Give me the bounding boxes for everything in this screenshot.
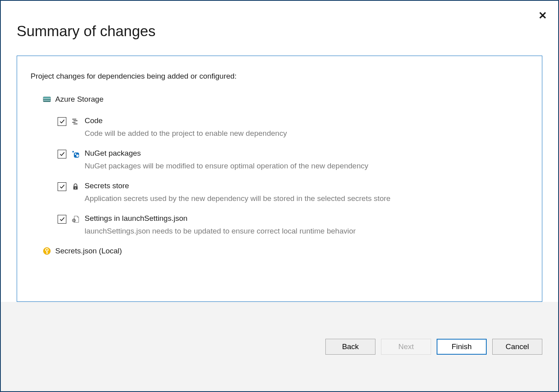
checkbox-secrets-store[interactable] xyxy=(58,182,66,191)
svg-line-20 xyxy=(73,219,73,220)
lock-icon xyxy=(71,182,80,191)
key-icon xyxy=(43,247,51,255)
item-title-secrets-store: Secrets store xyxy=(85,182,391,190)
svg-line-21 xyxy=(75,221,75,222)
change-item-secrets-store: Secrets store Application secrets used b… xyxy=(58,182,528,203)
footer-bar: Back Next Finish Cancel xyxy=(1,302,558,391)
svg-point-10 xyxy=(75,153,76,155)
cancel-button[interactable]: Cancel xyxy=(492,339,542,355)
svg-line-22 xyxy=(75,219,75,220)
change-item-nuget: NuGet packages NuGet packages will be mo… xyxy=(58,149,528,170)
azure-storage-icon xyxy=(43,95,51,104)
svg-rect-7 xyxy=(74,124,77,124)
finish-button[interactable]: Finish xyxy=(437,339,487,355)
item-desc-launchsettings: launchSettings.json needs to be updated … xyxy=(85,227,356,236)
item-desc-nuget: NuGet packages will be modified to ensur… xyxy=(85,162,368,170)
close-button[interactable]: ✕ xyxy=(538,10,547,21)
back-button[interactable]: Back xyxy=(325,339,375,355)
change-item-launchsettings: Settings in launchSettings.json launchSe… xyxy=(58,214,528,236)
svg-rect-6 xyxy=(72,122,75,123)
secrets-json-label: Secrets.json (Local) xyxy=(55,247,122,255)
change-item-code: Code Code will be added to the project t… xyxy=(58,116,528,138)
svg-point-11 xyxy=(76,154,79,157)
svg-point-15 xyxy=(74,220,75,221)
item-title-nuget: NuGet packages xyxy=(85,149,368,158)
header-area: Summary of changes xyxy=(1,1,558,56)
page-title: Summary of changes xyxy=(17,23,542,40)
item-desc-secrets-store: Application secrets used by the new depe… xyxy=(85,194,391,203)
svg-point-8 xyxy=(72,151,74,153)
next-button: Next xyxy=(381,339,431,355)
svg-rect-2 xyxy=(43,98,50,99)
settings-file-icon xyxy=(71,215,80,224)
group-label: Azure Storage xyxy=(55,95,103,104)
svg-rect-3 xyxy=(43,100,50,100)
code-icon xyxy=(71,117,80,126)
svg-rect-5 xyxy=(74,120,77,121)
nuget-icon xyxy=(71,150,80,158)
svg-line-23 xyxy=(73,221,73,222)
checkbox-launchsettings[interactable] xyxy=(58,215,66,224)
svg-rect-1 xyxy=(43,97,50,98)
checkbox-nuget[interactable] xyxy=(58,150,66,158)
intro-text: Project changes for dependencies being a… xyxy=(31,72,528,81)
group-azure-storage: Azure Storage xyxy=(43,95,528,104)
item-title-code: Code xyxy=(85,116,287,125)
checkbox-code[interactable] xyxy=(58,117,66,126)
svg-rect-4 xyxy=(72,119,76,120)
item-title-launchsettings: Settings in launchSettings.json xyxy=(85,214,356,223)
item-desc-code: Code will be added to the project to ena… xyxy=(85,129,287,138)
svg-rect-13 xyxy=(75,187,76,189)
content-box: Project changes for dependencies being a… xyxy=(17,56,542,302)
svg-rect-27 xyxy=(46,253,48,253)
svg-rect-26 xyxy=(46,251,47,254)
group-secrets-json: Secrets.json (Local) xyxy=(43,247,528,255)
